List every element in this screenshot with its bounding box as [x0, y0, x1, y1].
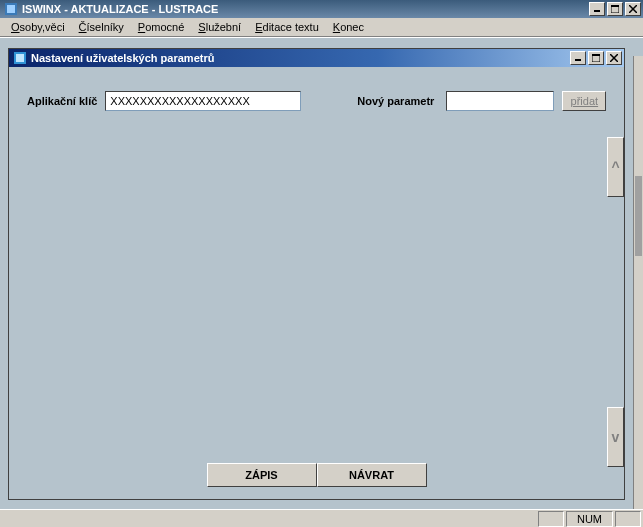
navrat-button[interactable]: NÁVRAT [317, 463, 427, 487]
new-param-label: Nový parametr [357, 95, 434, 107]
app-key-input[interactable] [105, 91, 301, 111]
scroll-down-button[interactable]: v [607, 407, 624, 467]
chevron-down-icon: v [612, 429, 620, 445]
app-titlebar: ISWINX - AKTUALIZACE - LUSTRACE [0, 0, 643, 18]
menu-sluzebni[interactable]: Služební [191, 19, 248, 35]
chevron-up-icon: ^ [611, 159, 619, 175]
maximize-button[interactable] [607, 2, 623, 16]
minimize-button[interactable] [589, 2, 605, 16]
settings-body: Aplikační klíč Nový parametr přidat ^ v … [9, 67, 624, 499]
close-button[interactable] [625, 2, 641, 16]
svg-rect-8 [16, 54, 24, 62]
app-key-label: Aplikační klíč [27, 95, 97, 107]
settings-minimize-button[interactable] [570, 51, 586, 65]
menu-bar: Osoby,věci Číselníky Pomocné Služební Ed… [0, 18, 643, 37]
menu-editace-textu[interactable]: Editace textu [248, 19, 326, 35]
app-title: ISWINX - AKTUALIZACE - LUSTRACE [22, 3, 218, 15]
scroll-up-button[interactable]: ^ [607, 137, 624, 197]
settings-close-button[interactable] [606, 51, 622, 65]
mdi-client-area: Nastavení uživatelských parametrů Aplika… [0, 37, 643, 509]
menu-ciselniky[interactable]: Číselníky [72, 19, 131, 35]
menu-pomocne[interactable]: Pomocné [131, 19, 191, 35]
settings-window: Nastavení uživatelských parametrů Aplika… [8, 48, 625, 500]
status-cell-empty-2 [615, 511, 641, 527]
settings-titlebar: Nastavení uživatelských parametrů [9, 49, 624, 67]
menu-osoby-veci[interactable]: Osoby,věci [4, 19, 72, 35]
scrollbar-thumb[interactable] [635, 176, 642, 256]
zapis-button[interactable]: ZÁPIS [207, 463, 317, 487]
status-bar: NUM [0, 509, 643, 527]
outer-vertical-scrollbar[interactable] [633, 56, 643, 509]
settings-maximize-button[interactable] [588, 51, 604, 65]
app-icon [4, 2, 18, 16]
status-cell-empty-1 [538, 511, 564, 527]
svg-rect-1 [7, 5, 15, 13]
status-num: NUM [566, 511, 613, 527]
form-row: Aplikační klíč Nový parametr přidat [27, 91, 612, 111]
settings-title: Nastavení uživatelských parametrů [31, 52, 214, 64]
settings-window-icon [13, 51, 27, 65]
new-param-input[interactable] [446, 91, 554, 111]
bottom-button-row: ZÁPIS NÁVRAT [9, 463, 624, 487]
pridat-button[interactable]: přidat [562, 91, 606, 111]
menu-konec[interactable]: Konec [326, 19, 371, 35]
